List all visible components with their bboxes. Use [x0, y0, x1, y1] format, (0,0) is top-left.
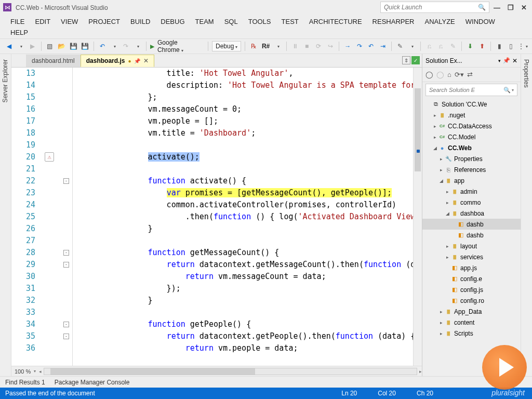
tree-node[interactable]: config.ro: [422, 295, 521, 306]
fmt-drop[interactable]: [407, 41, 417, 51]
undo-button[interactable]: ↶: [98, 41, 108, 51]
bookmark2-icon[interactable]: ▯: [506, 41, 516, 51]
step-into-icon[interactable]: →: [343, 41, 353, 51]
solution-tree[interactable]: ⧉Solution 'CC.We▸.nuget▸CC.DataAccess▸CC…: [422, 98, 521, 376]
menu-test[interactable]: TEST: [276, 16, 304, 27]
undo-drop[interactable]: [109, 41, 119, 51]
nav-back-drop[interactable]: [16, 41, 26, 51]
restore-button[interactable]: ❐: [508, 4, 514, 11]
tree-node[interactable]: ▸References: [422, 164, 521, 175]
pin-icon[interactable]: 📌: [134, 58, 140, 64]
bookmark-icon[interactable]: ▮: [495, 41, 504, 51]
start-debug-icon[interactable]: ▶: [150, 43, 154, 50]
play-badge-icon[interactable]: [482, 345, 527, 390]
zoom-level[interactable]: 100 %: [11, 368, 34, 375]
menu-analyze[interactable]: ANALYZE: [420, 16, 460, 27]
tb-misc2[interactable]: ⎌: [436, 41, 446, 51]
menu-sql[interactable]: SQL: [219, 16, 243, 27]
menu-window[interactable]: WINDOW: [460, 16, 500, 27]
resharper-text[interactable]: R#: [261, 43, 271, 50]
split-icon[interactable]: ⇕: [402, 56, 410, 64]
nav-back-button[interactable]: ◀: [4, 41, 14, 51]
menu-build[interactable]: BUILD: [125, 16, 155, 27]
resharper-icon[interactable]: ℞: [249, 41, 259, 51]
step-out-icon[interactable]: ↶: [366, 41, 376, 51]
tree-node[interactable]: ▸commo: [422, 197, 521, 208]
tb-misc3[interactable]: ✎: [448, 41, 458, 51]
stop-button[interactable]: ■: [302, 41, 312, 51]
menu-team[interactable]: TEAM: [190, 16, 219, 27]
menu-tools[interactable]: TOOLS: [243, 16, 276, 27]
sol-drop-icon[interactable]: ▾: [498, 58, 501, 63]
tab-dashboard-html[interactable]: dashboard.html: [26, 55, 81, 67]
restart-button[interactable]: ⟳: [314, 41, 324, 51]
tree-node[interactable]: dashb: [422, 219, 521, 230]
horizontal-scrollbar[interactable]: [44, 368, 417, 375]
tree-node[interactable]: ▸Properties: [422, 153, 521, 164]
menu-architecture[interactable]: ARCHITECTURE: [304, 16, 367, 27]
quick-launch-input[interactable]: [384, 4, 478, 11]
close-panel-icon[interactable]: ✕: [512, 57, 517, 64]
tree-node[interactable]: ▸content: [422, 317, 521, 328]
tree-node[interactable]: ▸Scripts: [422, 328, 521, 339]
package-manager-tab[interactable]: Package Manager Console: [55, 379, 130, 386]
code-editor[interactable]: 1314151617181920212223242526272829303132…: [11, 68, 422, 366]
quick-launch[interactable]: 🔍: [380, 2, 489, 13]
tree-node[interactable]: ▸CC.DataAccess: [422, 121, 521, 131]
menu-debug[interactable]: DEBUG: [155, 16, 190, 27]
find-results-tab[interactable]: Find Results 1: [5, 379, 45, 386]
comment-icon[interactable]: ⬇: [466, 41, 475, 51]
step-button[interactable]: ↪: [325, 41, 335, 51]
vertical-scrollbar[interactable]: [413, 68, 422, 366]
tree-node[interactable]: ▸CC.Model: [422, 131, 521, 142]
properties-tab[interactable]: Properties: [521, 54, 532, 376]
tab-dashboard-js[interactable]: dashboard.js ● 📌 ✕: [81, 55, 155, 67]
open-file-button[interactable]: 📂: [57, 41, 66, 51]
tree-node[interactable]: ▸.nuget: [422, 110, 521, 121]
overflow-icon[interactable]: ⋮: [518, 41, 528, 51]
tree-node[interactable]: ◢app: [422, 175, 521, 186]
sol-refresh-icon[interactable]: ⟳▾: [455, 71, 464, 78]
minimize-button[interactable]: —: [494, 4, 500, 11]
sol-back-icon[interactable]: ◯: [425, 71, 433, 78]
close-tab-icon[interactable]: ✕: [143, 57, 149, 64]
pause-button[interactable]: ⏸: [290, 41, 300, 51]
step-out2-icon[interactable]: ⇥: [378, 41, 388, 51]
tree-node[interactable]: ⧉Solution 'CC.We: [422, 99, 521, 110]
server-explorer-tab[interactable]: Server Explorer: [0, 54, 11, 376]
redo-drop[interactable]: [132, 41, 142, 51]
tb-misc1[interactable]: ⎌: [424, 41, 434, 51]
tree-node[interactable]: dashb: [422, 230, 521, 241]
sol-fwd-icon[interactable]: ◯: [436, 71, 444, 78]
solution-search-input[interactable]: [429, 87, 503, 93]
close-button[interactable]: ✕: [521, 4, 527, 11]
solution-search[interactable]: 🔍 ▾: [425, 84, 517, 96]
tree-node[interactable]: ◢CC.Web: [422, 142, 521, 153]
save-button[interactable]: 💾: [69, 41, 78, 51]
sol-sync-icon[interactable]: ⇄: [467, 71, 473, 78]
redo-button[interactable]: ↷: [121, 41, 131, 51]
menu-edit[interactable]: EDIT: [30, 16, 56, 27]
browser-selector[interactable]: Google Chrome: [156, 39, 203, 54]
menu-file[interactable]: FILE: [5, 16, 30, 27]
tree-node[interactable]: ▸admin: [422, 186, 521, 197]
menu-project[interactable]: PROJECT: [83, 16, 125, 27]
tree-node[interactable]: config.e: [422, 273, 521, 284]
fmt-icon[interactable]: ✎: [395, 41, 405, 51]
nav-fwd-button[interactable]: ▶: [28, 41, 37, 51]
tree-node[interactable]: app.js: [422, 262, 521, 273]
save-all-button[interactable]: 💾: [80, 41, 90, 51]
menu-help[interactable]: HELP: [5, 27, 33, 38]
tree-node[interactable]: ◢dashboa: [422, 208, 521, 219]
tree-node[interactable]: ▸layout: [422, 241, 521, 251]
new-project-button[interactable]: ▧: [45, 41, 55, 51]
tree-node[interactable]: ▸App_Data: [422, 306, 521, 317]
uncomment-icon[interactable]: ⬆: [477, 41, 487, 51]
sol-home-icon[interactable]: ⌂: [447, 71, 451, 78]
tree-node[interactable]: ▸services: [422, 251, 521, 262]
menu-view[interactable]: VIEW: [56, 16, 83, 27]
menu-resharper[interactable]: RESHARPER: [367, 16, 420, 27]
tree-node[interactable]: config.js: [422, 284, 521, 295]
config-selector[interactable]: Debug: [212, 41, 241, 51]
resharper-drop[interactable]: [273, 41, 283, 51]
